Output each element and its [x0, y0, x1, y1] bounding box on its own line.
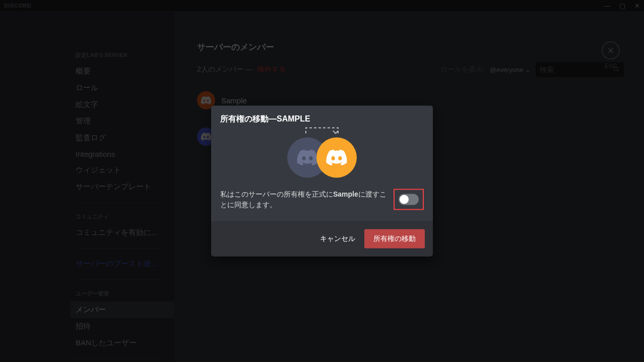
titlebar: DISCORD — ▢ ✕ — [0, 0, 644, 11]
member-name: Sample — [221, 96, 247, 105]
sidebar-item-moderation[interactable]: 管理 — [71, 113, 174, 130]
app-brand: DISCORD — [4, 3, 31, 9]
modal-footer: キャンセル 所有権の移動 — [211, 221, 433, 257]
sidebar-heading-community: コミュニティ — [76, 213, 174, 220]
sidebar-item-integrations[interactable]: Integrations — [71, 146, 174, 162]
svg-line-1 — [617, 70, 619, 71]
page-title: サーバーのメンバー — [197, 41, 624, 53]
sidebar-item-boost[interactable]: サーバーのブースト状... — [71, 256, 174, 272]
search-input[interactable] — [540, 66, 605, 74]
chevron-down-icon: ⌄ — [525, 66, 531, 74]
minimize-button[interactable]: — — [604, 2, 610, 10]
sidebar-heading-server: 設定LAB'S SERVER — [76, 51, 174, 59]
member-count-text: 2人のメンバー — — [197, 65, 252, 73]
transfer-arrow-icon — [304, 127, 340, 135]
sidebar-separator — [76, 248, 161, 249]
sidebar-item-emoji[interactable]: 絵文字 — [71, 96, 174, 113]
avatar-to — [316, 138, 357, 178]
close-icon[interactable] — [602, 41, 620, 59]
sidebar-item-overview[interactable]: 概要 — [71, 63, 174, 80]
maximize-button[interactable]: ▢ — [619, 2, 625, 10]
sidebar-item-members[interactable]: メンバー — [71, 301, 174, 318]
window-controls: — ▢ ✕ — [604, 2, 640, 10]
toggle-knob — [400, 195, 409, 204]
avatar-transfer-graphic — [220, 138, 424, 178]
sidebar-item-template[interactable]: サーバーテンプレート — [71, 178, 174, 195]
exclude-link[interactable]: 除外する — [257, 65, 286, 73]
sidebar-separator — [76, 202, 161, 203]
transfer-ownership-modal: 所有権の移動—SAMPLE 私はこのサーバーの所有権を正式にSampleに渡すこ… — [211, 106, 433, 257]
sidebar-item-bans[interactable]: BANしたユーザー — [71, 335, 174, 351]
consent-toggle[interactable] — [399, 194, 419, 205]
sidebar-separator — [76, 358, 161, 359]
sidebar-item-widget[interactable]: ウィジェット — [71, 162, 174, 178]
members-filters: ロールを表示: @everyone ⌄ — [440, 62, 624, 77]
sidebar-item-roles[interactable]: ロール — [71, 80, 174, 96]
consent-text: 私はこのサーバーの所有権を正式にSampleに渡すことに同意します。 — [220, 189, 387, 210]
modal-body: 私はこのサーバーの所有権を正式にSampleに渡すことに同意します。 — [211, 128, 433, 221]
settings-sidebar: 設定LAB'S SERVER 概要 ロール 絵文字 管理 監査ログ Integr… — [0, 11, 174, 362]
sidebar-separator — [76, 279, 161, 280]
cancel-button[interactable]: キャンセル — [320, 234, 355, 244]
consent-row: 私はこのサーバーの所有権を正式にSampleに渡すことに同意します。 — [220, 189, 424, 210]
esc-label: ESC — [605, 63, 617, 70]
sidebar-item-auditlog[interactable]: 監査ログ — [71, 130, 174, 146]
member-count: 2人のメンバー — 除外する — [197, 65, 286, 74]
transfer-ownership-button[interactable]: 所有権の移動 — [364, 229, 425, 249]
sidebar-item-enable-community[interactable]: コミュニティを有効に... — [71, 224, 174, 241]
role-filter-label: ロールを表示: — [440, 65, 485, 74]
consent-toggle-highlight — [394, 189, 424, 210]
sidebar-heading-users: ユーザー管理 — [76, 290, 174, 297]
members-toolbar: 2人のメンバー — 除外する ロールを表示: @everyone ⌄ — [197, 62, 624, 77]
close-esc[interactable]: ESC — [602, 41, 620, 70]
role-filter-select[interactable]: @everyone ⌄ — [490, 66, 531, 74]
modal-title: 所有権の移動—SAMPLE — [211, 106, 433, 128]
close-button[interactable]: ✕ — [634, 2, 640, 10]
sidebar-item-invites[interactable]: 招待 — [71, 318, 174, 335]
